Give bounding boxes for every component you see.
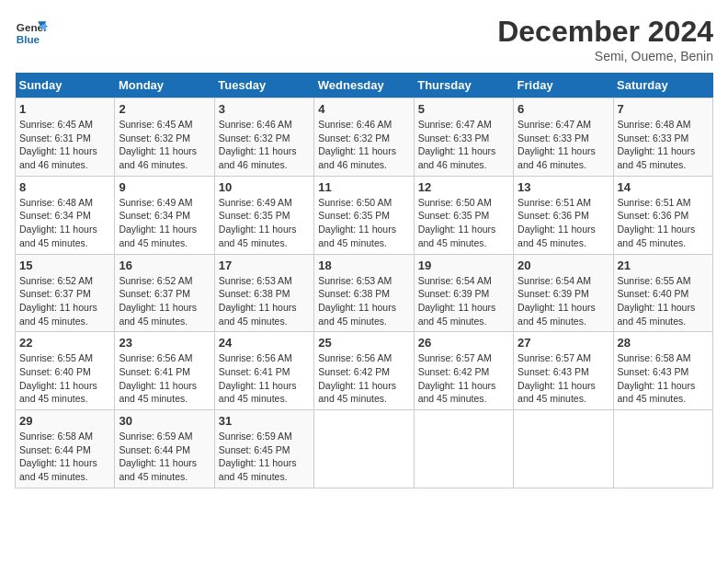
- calendar-cell: 4Sunrise: 6:46 AMSunset: 6:32 PMDaylight…: [314, 98, 414, 177]
- calendar-cell: 9Sunrise: 6:49 AMSunset: 6:34 PMDaylight…: [115, 176, 214, 254]
- weekday-header-monday: Monday: [115, 73, 214, 98]
- calendar-week-row: 8Sunrise: 6:48 AMSunset: 6:34 PMDaylight…: [16, 176, 713, 254]
- day-number: 16: [119, 259, 210, 272]
- title-block: December 2024 Semi, Oueme, Benin: [497, 15, 713, 63]
- day-number: 15: [19, 259, 110, 272]
- day-number: 21: [618, 259, 709, 272]
- weekday-header-thursday: Thursday: [414, 73, 513, 98]
- day-number: 7: [618, 102, 709, 116]
- calendar-cell: 2Sunrise: 6:45 AMSunset: 6:32 PMDaylight…: [115, 98, 214, 177]
- weekday-header-friday: Friday: [514, 73, 613, 98]
- calendar-cell: 12Sunrise: 6:50 AMSunset: 6:35 PMDayligh…: [414, 176, 513, 254]
- day-number: 10: [219, 180, 310, 194]
- calendar-cell: 5Sunrise: 6:47 AMSunset: 6:33 PMDaylight…: [414, 98, 513, 177]
- day-number: 5: [418, 102, 509, 116]
- day-number: 8: [19, 180, 110, 194]
- day-detail: Sunrise: 6:45 AMSunset: 6:31 PMDaylight:…: [19, 118, 110, 172]
- month-title: December 2024: [497, 15, 713, 49]
- day-number: 17: [219, 259, 310, 272]
- day-detail: Sunrise: 6:56 AMSunset: 6:41 PMDaylight:…: [119, 351, 210, 406]
- day-number: 30: [119, 414, 210, 428]
- day-detail: Sunrise: 6:46 AMSunset: 6:32 PMDaylight:…: [318, 118, 409, 172]
- day-detail: Sunrise: 6:47 AMSunset: 6:33 PMDaylight:…: [518, 118, 609, 172]
- calendar-cell: 27Sunrise: 6:57 AMSunset: 6:43 PMDayligh…: [514, 332, 613, 410]
- weekday-header-tuesday: Tuesday: [214, 73, 313, 98]
- day-number: 22: [19, 336, 110, 350]
- day-detail: Sunrise: 6:53 AMSunset: 6:38 PMDaylight:…: [219, 274, 310, 328]
- page-header: General Blue December 2024 Semi, Oueme, …: [15, 15, 713, 63]
- calendar-cell: 6Sunrise: 6:47 AMSunset: 6:33 PMDaylight…: [514, 98, 613, 177]
- calendar-cell: 18Sunrise: 6:53 AMSunset: 6:38 PMDayligh…: [314, 254, 414, 332]
- calendar-cell: 1Sunrise: 6:45 AMSunset: 6:31 PMDaylight…: [16, 98, 115, 177]
- calendar-cell: 28Sunrise: 6:58 AMSunset: 6:43 PMDayligh…: [613, 332, 712, 410]
- calendar-week-row: 22Sunrise: 6:55 AMSunset: 6:40 PMDayligh…: [16, 332, 713, 410]
- calendar-cell: 16Sunrise: 6:52 AMSunset: 6:37 PMDayligh…: [115, 254, 214, 332]
- day-detail: Sunrise: 6:46 AMSunset: 6:32 PMDaylight:…: [219, 118, 310, 172]
- day-detail: Sunrise: 6:55 AMSunset: 6:40 PMDaylight:…: [19, 351, 110, 406]
- day-number: 26: [418, 336, 509, 350]
- calendar-week-row: 29Sunrise: 6:58 AMSunset: 6:44 PMDayligh…: [16, 410, 713, 488]
- day-number: 19: [418, 259, 509, 272]
- calendar-cell: 17Sunrise: 6:53 AMSunset: 6:38 PMDayligh…: [214, 254, 313, 332]
- day-number: 29: [19, 414, 110, 428]
- calendar-cell: 26Sunrise: 6:57 AMSunset: 6:42 PMDayligh…: [414, 332, 513, 410]
- day-detail: Sunrise: 6:50 AMSunset: 6:35 PMDaylight:…: [418, 196, 509, 250]
- day-detail: Sunrise: 6:52 AMSunset: 6:37 PMDaylight:…: [119, 274, 210, 328]
- calendar-cell: 14Sunrise: 6:51 AMSunset: 6:36 PMDayligh…: [613, 176, 712, 254]
- day-number: 24: [219, 336, 310, 350]
- day-number: 27: [518, 336, 609, 350]
- day-number: 3: [219, 102, 310, 116]
- calendar-cell: 31Sunrise: 6:59 AMSunset: 6:45 PMDayligh…: [214, 410, 313, 488]
- calendar-cell: 29Sunrise: 6:58 AMSunset: 6:44 PMDayligh…: [16, 410, 115, 488]
- day-number: 1: [19, 102, 110, 116]
- day-number: 4: [318, 102, 409, 116]
- day-detail: Sunrise: 6:54 AMSunset: 6:39 PMDaylight:…: [418, 274, 509, 328]
- day-detail: Sunrise: 6:59 AMSunset: 6:45 PMDaylight:…: [219, 430, 310, 484]
- day-number: 11: [318, 180, 409, 194]
- day-number: 14: [618, 180, 709, 194]
- day-detail: Sunrise: 6:49 AMSunset: 6:34 PMDaylight:…: [119, 196, 210, 250]
- calendar-cell: 11Sunrise: 6:50 AMSunset: 6:35 PMDayligh…: [314, 176, 414, 254]
- calendar-cell: 25Sunrise: 6:56 AMSunset: 6:42 PMDayligh…: [314, 332, 414, 410]
- calendar-cell: 22Sunrise: 6:55 AMSunset: 6:40 PMDayligh…: [16, 332, 115, 410]
- day-detail: Sunrise: 6:51 AMSunset: 6:36 PMDaylight:…: [618, 196, 709, 250]
- day-number: 18: [318, 259, 409, 272]
- logo: General Blue: [15, 15, 48, 48]
- calendar-cell: 15Sunrise: 6:52 AMSunset: 6:37 PMDayligh…: [16, 254, 115, 332]
- calendar-cell: 19Sunrise: 6:54 AMSunset: 6:39 PMDayligh…: [414, 254, 513, 332]
- calendar-cell: [514, 410, 613, 488]
- day-detail: Sunrise: 6:52 AMSunset: 6:37 PMDaylight:…: [19, 274, 110, 328]
- day-detail: Sunrise: 6:56 AMSunset: 6:42 PMDaylight:…: [318, 351, 409, 406]
- day-detail: Sunrise: 6:53 AMSunset: 6:38 PMDaylight:…: [318, 274, 409, 328]
- day-detail: Sunrise: 6:55 AMSunset: 6:40 PMDaylight:…: [618, 274, 709, 328]
- day-detail: Sunrise: 6:50 AMSunset: 6:35 PMDaylight:…: [318, 196, 409, 250]
- calendar-cell: 23Sunrise: 6:56 AMSunset: 6:41 PMDayligh…: [115, 332, 214, 410]
- calendar-cell: 7Sunrise: 6:48 AMSunset: 6:33 PMDaylight…: [613, 98, 712, 177]
- day-number: 28: [618, 336, 709, 350]
- calendar-body: 1Sunrise: 6:45 AMSunset: 6:31 PMDaylight…: [16, 98, 713, 488]
- day-detail: Sunrise: 6:57 AMSunset: 6:42 PMDaylight:…: [418, 351, 509, 406]
- day-detail: Sunrise: 6:51 AMSunset: 6:36 PMDaylight:…: [518, 196, 609, 250]
- calendar-cell: 3Sunrise: 6:46 AMSunset: 6:32 PMDaylight…: [214, 98, 313, 177]
- day-number: 31: [219, 414, 310, 428]
- day-number: 20: [518, 259, 609, 272]
- day-detail: Sunrise: 6:48 AMSunset: 6:33 PMDaylight:…: [618, 118, 709, 172]
- calendar-cell: 24Sunrise: 6:56 AMSunset: 6:41 PMDayligh…: [214, 332, 313, 410]
- calendar-week-row: 15Sunrise: 6:52 AMSunset: 6:37 PMDayligh…: [16, 254, 713, 332]
- day-detail: Sunrise: 6:47 AMSunset: 6:33 PMDaylight:…: [418, 118, 509, 172]
- calendar-cell: 20Sunrise: 6:54 AMSunset: 6:39 PMDayligh…: [514, 254, 613, 332]
- day-detail: Sunrise: 6:58 AMSunset: 6:44 PMDaylight:…: [19, 430, 110, 484]
- weekday-header-row: SundayMondayTuesdayWednesdayThursdayFrid…: [16, 73, 713, 98]
- calendar-cell: [414, 410, 513, 488]
- day-number: 25: [318, 336, 409, 350]
- day-detail: Sunrise: 6:45 AMSunset: 6:32 PMDaylight:…: [119, 118, 210, 172]
- day-number: 12: [418, 180, 509, 194]
- day-number: 23: [119, 336, 210, 350]
- weekday-header-saturday: Saturday: [613, 73, 712, 98]
- day-number: 9: [119, 180, 210, 194]
- day-detail: Sunrise: 6:48 AMSunset: 6:34 PMDaylight:…: [19, 196, 110, 250]
- day-number: 13: [518, 180, 609, 194]
- day-detail: Sunrise: 6:57 AMSunset: 6:43 PMDaylight:…: [518, 351, 609, 406]
- day-number: 6: [518, 102, 609, 116]
- day-detail: Sunrise: 6:49 AMSunset: 6:35 PMDaylight:…: [219, 196, 310, 250]
